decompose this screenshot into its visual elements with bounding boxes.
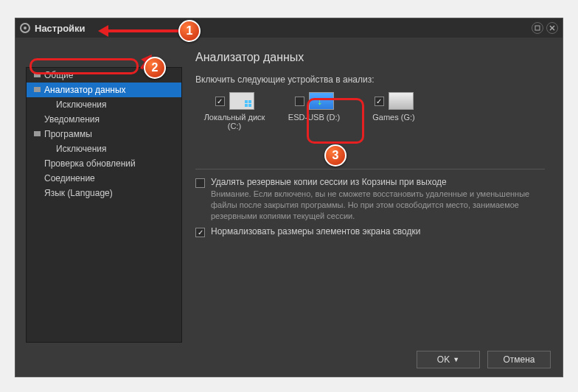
drives-list: ✓Локальный диск (C:)ESD-USB (D:)✓Games (… xyxy=(195,92,545,130)
drive-checkbox-1[interactable] xyxy=(295,97,304,106)
drive-label: ESD-USB (D:) xyxy=(288,113,340,122)
drive-label: Games (G:) xyxy=(372,113,414,122)
chevron-down-icon: ▼ xyxy=(453,356,459,363)
svg-rect-0 xyxy=(535,26,540,30)
delete-backups-note: Внимание. Если включено, вы не сможете в… xyxy=(211,189,545,222)
drive-item-1: ESD-USB (D:) xyxy=(281,92,347,130)
drive-label: Локальный диск (C:) xyxy=(201,113,268,130)
option-delete-backups: Удалять резервные копии сессии из Корзин… xyxy=(195,177,545,222)
window-title: Настройки xyxy=(35,23,86,34)
sidebar-item-3[interactable]: Уведомления xyxy=(27,112,181,127)
sidebar-item-6[interactable]: Проверка обновлений xyxy=(27,156,181,171)
sidebar-item-4[interactable]: Программы xyxy=(27,127,181,141)
drive-icon xyxy=(389,92,414,110)
sidebar-item-2[interactable]: Исключения xyxy=(27,97,181,112)
drive-item-2: ✓Games (G:) xyxy=(361,92,427,130)
sidebar-item-5[interactable]: Исключения xyxy=(27,141,181,156)
ok-button-label: OK xyxy=(437,354,450,365)
ok-button[interactable]: OK ▼ xyxy=(417,351,480,368)
normalize-checkbox[interactable]: ✓ xyxy=(195,228,205,237)
sidebar-item-7[interactable]: Соединение xyxy=(27,171,181,186)
sidebar-item-8[interactable]: Язык (Language) xyxy=(27,186,181,200)
sidebar-item-0[interactable]: Общие xyxy=(27,68,181,83)
dialog-footer: OK ▼ Отмена xyxy=(15,343,563,377)
close-button[interactable] xyxy=(546,22,558,34)
drive-checkbox-2[interactable]: ✓ xyxy=(375,97,384,106)
drive-item-0: ✓Локальный диск (C:) xyxy=(201,92,268,130)
content-heading: Анализатор данных xyxy=(195,51,545,64)
divider xyxy=(195,169,545,169)
drive-icon xyxy=(229,92,254,110)
drive-checkbox-0[interactable]: ✓ xyxy=(215,97,225,106)
cancel-button[interactable]: Отмена xyxy=(487,351,551,368)
settings-content: Анализатор данных Включить следующие уст… xyxy=(192,46,552,343)
normalize-label: Нормализовать размеры элементов экрана с… xyxy=(211,226,545,237)
option-normalize: ✓ Нормализовать размеры элементов экрана… xyxy=(195,226,545,237)
include-devices-label: Включить следующие устройства в анализ: xyxy=(195,74,545,85)
delete-backups-label: Удалять резервные копии сессии из Корзин… xyxy=(211,177,545,187)
settings-window: Настройки ОбщиеАнализатор данныхИсключен… xyxy=(15,18,563,377)
app-icon xyxy=(20,23,30,33)
settings-sidebar: ОбщиеАнализатор данныхИсключенияУведомле… xyxy=(26,67,182,343)
titlebar: Настройки xyxy=(15,18,563,38)
drive-icon xyxy=(309,92,334,110)
sidebar-item-1[interactable]: Анализатор данных xyxy=(27,83,181,97)
delete-backups-checkbox[interactable] xyxy=(195,178,205,188)
cancel-button-label: Отмена xyxy=(503,354,535,365)
minimize-button[interactable] xyxy=(532,22,543,34)
